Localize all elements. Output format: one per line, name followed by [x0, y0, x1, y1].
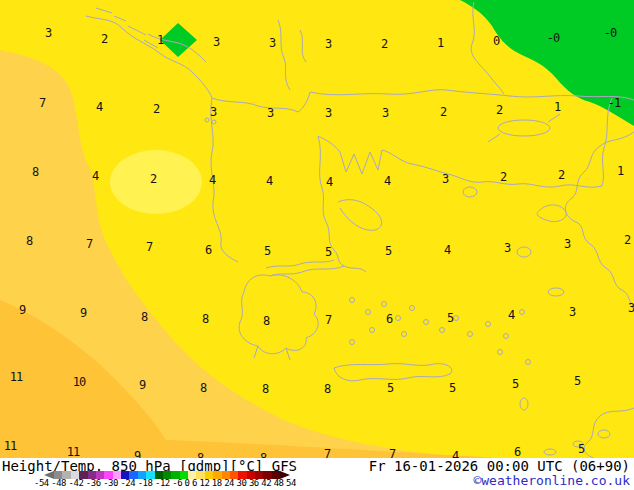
- colorbar-tick-label: 6: [192, 478, 197, 488]
- colorbar-tick-label: -18: [138, 478, 153, 488]
- colorbar-tick-labels: -54-48-42-36-30-24-18-12-606121824303642…: [34, 478, 296, 488]
- map-graphic: [0, 0, 634, 458]
- colorbar-tick-label: -24: [120, 478, 135, 488]
- copyright-link[interactable]: ©weatheronline.co.uk: [473, 473, 630, 488]
- colorbar-tick-label: 0: [185, 478, 190, 488]
- colorbar-tick-label: 24: [224, 478, 234, 488]
- colorbar-tick-label: -54: [34, 478, 49, 488]
- colorbar-tick-label: 12: [199, 478, 209, 488]
- forecast-datetime: Fr 16-01-2026 00:00 UTC (06+90): [369, 458, 630, 474]
- colorbar-tick-label: -42: [69, 478, 84, 488]
- colorbar-tick-label: -30: [103, 478, 118, 488]
- zone-pale-yellow-patch: [110, 150, 202, 214]
- colorbar-tick-label: 48: [274, 478, 284, 488]
- colorbar-tick-label: -6: [172, 478, 182, 488]
- colorbar-tick-label: 18: [212, 478, 222, 488]
- weather-map-screen: 321333210-0-07423333221-1842444432218776…: [0, 0, 634, 490]
- colorbar-tick-label: -12: [155, 478, 170, 488]
- legend-bar: Height/Temp. 850 hPa [gdmp][°C] GFS -54-…: [0, 458, 634, 490]
- colorbar-tick-label: -36: [86, 478, 101, 488]
- map-canvas[interactable]: 321333210-0-07423333221-1842444432218776…: [0, 0, 634, 458]
- colorbar-tick-label: -48: [51, 478, 66, 488]
- colorbar-tick-label: 42: [261, 478, 271, 488]
- colorbar-tick-label: 36: [249, 478, 259, 488]
- colorbar-tick-label: 54: [286, 478, 296, 488]
- colorbar-tick-label: 30: [237, 478, 247, 488]
